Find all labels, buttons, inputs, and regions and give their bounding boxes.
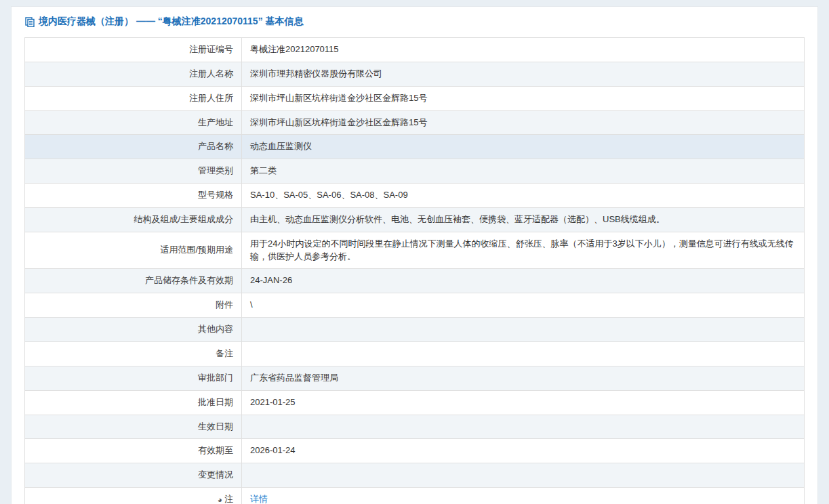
row-label: 备注 <box>25 341 242 366</box>
document-icon <box>25 17 35 27</box>
row-label: 管理类别 <box>25 159 242 184</box>
row-label: 产品储存条件及有效期 <box>25 269 242 293</box>
row-value: 广东省药品监督管理局 <box>242 366 805 390</box>
row-label: 注册人名称 <box>25 62 242 86</box>
row-label: 型号规格 <box>25 184 242 208</box>
row-label: 生产地址 <box>25 110 242 135</box>
table-row: 批准日期2021-01-25 <box>25 390 805 415</box>
table-row: 备注 <box>25 341 805 366</box>
row-value: 2021-01-25 <box>242 390 805 415</box>
row-label: 注册证编号 <box>25 38 242 62</box>
row-value: 24-JAN-26 <box>242 269 805 293</box>
row-label: ◕注 <box>25 488 242 504</box>
table-row: 变更情况 <box>25 463 805 488</box>
row-label: 附件 <box>25 293 242 318</box>
row-label: 审批部门 <box>25 366 242 390</box>
table-row: 注册人住所深圳市坪山新区坑梓街道金沙社区金辉路15号 <box>25 86 805 110</box>
row-value: \ <box>242 293 805 318</box>
table-row: 产品储存条件及有效期24-JAN-26 <box>25 269 805 293</box>
row-value: SA-10、SA-05、SA-06、SA-08、SA-09 <box>242 184 805 208</box>
row-value: 第二类 <box>242 159 805 184</box>
table-wrap: 注册证编号粤械注准20212070115注册人名称深圳市理邦精密仪器股份有限公司… <box>12 36 817 504</box>
page-title-text: 境内医疗器械（注册） —— “粤械注准20212070115” 基本信息 <box>39 16 304 28</box>
row-label: 注册人住所 <box>25 86 242 110</box>
table-row: 有效期至2026-01-24 <box>25 439 805 463</box>
table-row: 生效日期 <box>25 415 805 439</box>
row-label: 有效期至 <box>25 439 242 463</box>
table-row: 管理类别第二类 <box>25 159 805 184</box>
registration-table: 注册证编号粤械注准20212070115注册人名称深圳市理邦精密仪器股份有限公司… <box>24 37 805 504</box>
detail-link[interactable]: 详情 <box>250 494 268 504</box>
row-value: 详情 <box>242 488 805 504</box>
table-row: 适用范围/预期用途用于24小时内设定的不同时间段里在静止情况下测量人体的收缩压、… <box>25 232 805 269</box>
row-value: 2026-01-24 <box>242 439 805 463</box>
table-row: 审批部门广东省药品监督管理局 <box>25 366 805 390</box>
table-row: 注册人名称深圳市理邦精密仪器股份有限公司 <box>25 62 805 86</box>
table-row: 其他内容 <box>25 318 805 342</box>
row-label: 其他内容 <box>25 318 242 342</box>
table-row: 型号规格SA-10、SA-05、SA-06、SA-08、SA-09 <box>25 184 805 208</box>
row-value: 由主机、动态血压监测仪分析软件、电池、无创血压袖套、便携袋、蓝牙适配器（选配）、… <box>242 207 805 232</box>
row-value: 深圳市理邦精密仪器股份有限公司 <box>242 62 805 86</box>
row-value <box>242 318 805 342</box>
note-icon: ◕ <box>218 496 222 504</box>
row-label: 适用范围/预期用途 <box>25 232 242 269</box>
row-value: 粤械注准20212070115 <box>242 38 805 62</box>
table-row: 产品名称动态血压监测仪 <box>25 135 805 159</box>
registration-table-body: 注册证编号粤械注准20212070115注册人名称深圳市理邦精密仪器股份有限公司… <box>25 38 805 504</box>
row-value: 深圳市坪山新区坑梓街道金沙社区金辉路15号 <box>242 110 805 135</box>
table-row: 注册证编号粤械注准20212070115 <box>25 38 805 62</box>
table-row: 结构及组成/主要组成成分由主机、动态血压监测仪分析软件、电池、无创血压袖套、便携… <box>25 207 805 232</box>
row-value <box>242 415 805 439</box>
row-label: 产品名称 <box>25 135 242 159</box>
row-value <box>242 463 805 488</box>
row-label: 变更情况 <box>25 463 242 488</box>
row-label: 生效日期 <box>25 415 242 439</box>
row-value <box>242 341 805 366</box>
row-value: 用于24小时内设定的不同时间段里在静止情况下测量人体的收缩压、舒张压、脉率（不适… <box>242 232 805 269</box>
row-value: 动态血压监测仪 <box>242 135 805 159</box>
table-row: 生产地址深圳市坪山新区坑梓街道金沙社区金辉路15号 <box>25 110 805 135</box>
row-label: 批准日期 <box>25 390 242 415</box>
card-header: 境内医疗器械（注册） —— “粤械注准20212070115” 基本信息 <box>12 7 817 36</box>
page-title: 境内医疗器械（注册） —— “粤械注准20212070115” 基本信息 <box>25 16 804 28</box>
table-row: 附件\ <box>25 293 805 318</box>
row-label: 结构及组成/主要组成成分 <box>25 207 242 232</box>
registration-info-card: 境内医疗器械（注册） —— “粤械注准20212070115” 基本信息 注册证… <box>11 6 818 504</box>
row-value: 深圳市坪山新区坑梓街道金沙社区金辉路15号 <box>242 86 805 110</box>
table-row: ◕注详情 <box>25 488 805 504</box>
